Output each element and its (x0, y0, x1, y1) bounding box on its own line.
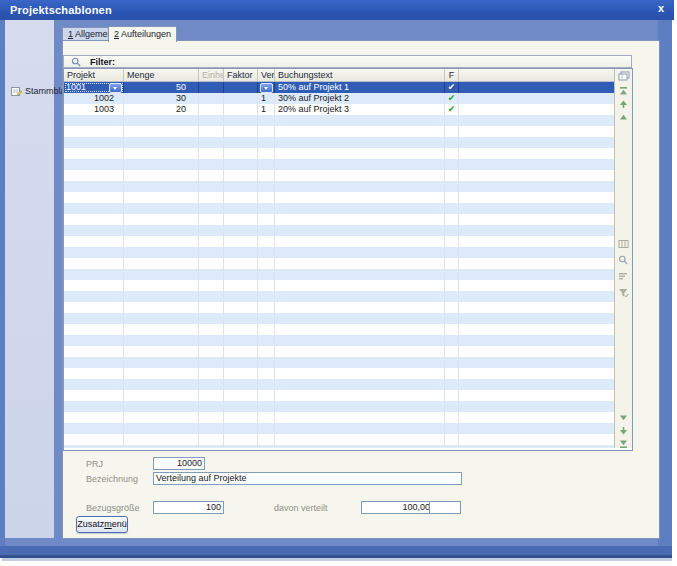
grid-cell-f[interactable] (445, 313, 459, 324)
grid-cell-einheit[interactable] (199, 280, 224, 291)
grid-cell-faktor[interactable] (224, 214, 258, 225)
grid-cell-filler[interactable] (459, 93, 614, 104)
grid-cell-f[interactable] (445, 247, 459, 258)
grid-cell-vera[interactable] (258, 203, 275, 214)
grid-cell-filler[interactable] (459, 137, 614, 148)
grid-cell-faktor[interactable] (224, 423, 258, 434)
grid-cell-einheit[interactable] (199, 82, 224, 93)
column-header-projekt[interactable]: Projekt (64, 69, 124, 81)
grid-cell-faktor[interactable] (224, 280, 258, 291)
grid-cell-faktor[interactable] (224, 412, 258, 423)
grid-cell-buchungstext[interactable] (275, 214, 445, 225)
grid-cell-menge[interactable] (124, 225, 199, 236)
grid-cell-vera[interactable] (258, 214, 275, 225)
grid-cell-menge[interactable] (124, 302, 199, 313)
grid-cell-projekt[interactable] (64, 258, 124, 269)
grid-cell-f[interactable] (445, 434, 459, 445)
grid-cell-f[interactable] (445, 269, 459, 280)
grid-row-empty[interactable] (64, 412, 614, 423)
bezeichnung-field[interactable]: Verteilung auf Projekte (153, 472, 462, 485)
grid-cell-buchungstext[interactable] (275, 434, 445, 445)
grid-cell-buchungstext[interactable] (275, 291, 445, 302)
grid-cell-faktor[interactable] (224, 170, 258, 181)
grid-cell-vera[interactable] (258, 148, 275, 159)
grid-cell-projekt[interactable] (64, 203, 124, 214)
grid-cell-filler[interactable] (459, 401, 614, 412)
grid-cell-projekt[interactable]: 1003 (64, 104, 124, 115)
grid-row-empty[interactable] (64, 346, 614, 357)
grid-cell-f[interactable] (445, 236, 459, 247)
grid-cell-vera[interactable] (258, 291, 275, 302)
grid-cell-vera[interactable]: 1 (258, 104, 275, 115)
grid-row-empty[interactable] (64, 214, 614, 225)
grid-row-empty[interactable] (64, 313, 614, 324)
grid-cell-vera[interactable] (258, 258, 275, 269)
grid-cell-f[interactable] (445, 159, 459, 170)
grid-cell-einheit[interactable] (199, 148, 224, 159)
grid-cell-f[interactable] (445, 357, 459, 368)
column-header-buchungstext[interactable]: Buchungstext (275, 69, 445, 81)
grid-cell-einheit[interactable] (199, 335, 224, 346)
grid-cell-faktor[interactable] (224, 368, 258, 379)
grid-cell-f-check[interactable]: ✔ (445, 93, 459, 104)
grid-row-empty[interactable] (64, 170, 614, 181)
grid-cell-buchungstext[interactable] (275, 137, 445, 148)
grid-cell-menge[interactable] (124, 291, 199, 302)
grid-cell-menge[interactable] (124, 258, 199, 269)
grid-cell-filler[interactable] (459, 357, 614, 368)
grid-cell-faktor[interactable] (224, 148, 258, 159)
grid-cell-faktor[interactable] (224, 357, 258, 368)
grid-cell-einheit[interactable] (199, 203, 224, 214)
grid-cell-buchungstext[interactable]: 50% auf Projekt 1 (275, 82, 445, 93)
grid-cell-faktor[interactable] (224, 291, 258, 302)
grid-cell-buchungstext[interactable] (275, 148, 445, 159)
grid-cell-faktor[interactable] (224, 93, 258, 104)
grid-cell-vera[interactable] (258, 445, 275, 448)
grid-cell-buchungstext[interactable] (275, 280, 445, 291)
grid-cell-einheit[interactable] (199, 214, 224, 225)
grid-cell-buchungstext[interactable] (275, 445, 445, 448)
grid-cell-faktor[interactable] (224, 115, 258, 126)
grid-cell-einheit[interactable] (199, 170, 224, 181)
column-header-menge[interactable]: Menge (124, 69, 199, 81)
grid-cell-f[interactable] (445, 258, 459, 269)
grid-cell-menge[interactable] (124, 434, 199, 445)
column-header-einheit[interactable]: Einheit (199, 69, 224, 81)
grid-cell-buchungstext[interactable] (275, 203, 445, 214)
grid-cell-faktor[interactable] (224, 247, 258, 258)
grid-cell-einheit[interactable] (199, 445, 224, 448)
grid-cell-menge[interactable]: 30 (124, 93, 199, 104)
grid-row-empty[interactable] (64, 434, 614, 445)
grid-row-1001[interactable]: 100150150% auf Projekt 1✔ (64, 82, 614, 93)
grid-cell-faktor[interactable] (224, 181, 258, 192)
grid-cell-faktor[interactable] (224, 104, 258, 115)
grid-cell-einheit[interactable] (199, 104, 224, 115)
grid-cell-filler[interactable] (459, 291, 614, 302)
grid-cell-projekt[interactable] (64, 346, 124, 357)
grid-row-empty[interactable] (64, 423, 614, 434)
grid-cell-menge[interactable] (124, 423, 199, 434)
grid-cell-vera[interactable] (258, 192, 275, 203)
grid-cell-vera[interactable] (258, 390, 275, 401)
grid-cell-projekt[interactable] (64, 159, 124, 170)
grid-cell-menge[interactable]: 20 (124, 104, 199, 115)
grid-row-empty[interactable] (64, 148, 614, 159)
grid-row-empty[interactable] (64, 357, 614, 368)
grid-row-empty[interactable] (64, 225, 614, 236)
grid-cell-faktor[interactable] (224, 137, 258, 148)
grid-cell-filler[interactable] (459, 126, 614, 137)
grid-cell-buchungstext[interactable] (275, 170, 445, 181)
grid-cell-filler[interactable] (459, 412, 614, 423)
grid-cell-vera[interactable] (258, 335, 275, 346)
grid-cell-buchungstext[interactable] (275, 302, 445, 313)
grid-cell-menge[interactable] (124, 335, 199, 346)
filter-funnel-icon[interactable] (618, 288, 629, 298)
grid-cell-menge[interactable] (124, 368, 199, 379)
grid-cell-projekt[interactable] (64, 302, 124, 313)
grid-cell-faktor[interactable] (224, 401, 258, 412)
grid-cell-menge[interactable] (124, 203, 199, 214)
grid-row-empty[interactable] (64, 236, 614, 247)
grid-row-empty[interactable] (64, 280, 614, 291)
grid-cell-menge[interactable] (124, 269, 199, 280)
grid-cell-faktor[interactable] (224, 434, 258, 445)
